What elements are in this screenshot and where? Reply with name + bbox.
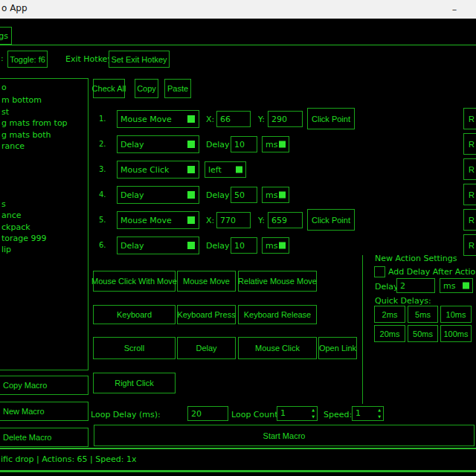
remove-button[interactable]: R: [463, 108, 476, 129]
x-label: X:: [206, 115, 214, 124]
click-point-button[interactable]: Click Point: [307, 209, 355, 231]
quick-delay-10ms-button[interactable]: 10ms: [440, 306, 472, 323]
delete-macro-button[interactable]: Delete Macro: [0, 428, 89, 447]
start-macro-button[interactable]: Start Macro: [94, 425, 475, 446]
palette-delay-button[interactable]: Delay: [177, 337, 236, 359]
remove-button[interactable]: R: [463, 184, 476, 205]
spinner-arrows: ▲ ▼: [378, 408, 381, 419]
action-type-value: Mouse Move: [120, 216, 172, 225]
action-type-dropdown[interactable]: Delay: [117, 186, 199, 204]
palette-relative-mouse-move-button[interactable]: Relative Mouse Move: [238, 271, 317, 292]
paste-button[interactable]: Paste: [164, 79, 191, 98]
add-delay-checkbox-label: Add Delay After Action: [388, 267, 476, 277]
delay-value-input[interactable]: [231, 187, 257, 203]
copy-macro-button[interactable]: Copy Macro: [0, 376, 89, 395]
loop-count-value: 1: [280, 408, 286, 418]
delay-label: Delay: [206, 241, 230, 251]
delay-label: Delay: [206, 140, 230, 149]
quick-delay-20ms-button[interactable]: 20ms: [374, 325, 405, 342]
dropdown-indicator-icon: [187, 191, 195, 199]
palette-mouse-click-with-move-button[interactable]: Mouse Click With Move: [93, 271, 176, 292]
palette-mouse-click-button[interactable]: Mouse Click: [238, 337, 317, 359]
delay-unit-dropdown[interactable]: ms: [262, 187, 289, 203]
speed-value: 1: [356, 408, 361, 418]
action-type-dropdown[interactable]: Mouse Move: [117, 211, 199, 229]
loop-delay-input[interactable]: [187, 406, 228, 421]
copy-button[interactable]: Copy: [135, 79, 158, 98]
palette-mouse-move-button[interactable]: Mouse Move: [177, 271, 236, 292]
palette-scroll-button[interactable]: Scroll: [93, 337, 176, 359]
click-point-button[interactable]: Click Point: [307, 108, 355, 129]
spinner-up-icon[interactable]: ▲: [378, 408, 381, 412]
y-coordinate-input[interactable]: [268, 111, 303, 127]
quick-delay-2ms-button[interactable]: 2ms: [374, 306, 405, 323]
palette-right-click-button[interactable]: Right Click: [93, 373, 176, 393]
dropdown-indicator-icon: [187, 216, 195, 224]
minimize-button[interactable]: –: [442, 0, 467, 19]
action-row-number: 6.: [99, 241, 106, 249]
dropdown-indicator-icon: [279, 192, 286, 199]
delay-unit-dropdown[interactable]: ms: [262, 136, 289, 152]
palette-keyboard-press-button[interactable]: Keyboard Press: [177, 305, 236, 324]
action-type-dropdown[interactable]: Mouse Click: [117, 161, 199, 178]
minimize-icon: –: [452, 4, 457, 15]
delay-value-input[interactable]: [231, 136, 257, 152]
action-type-dropdown[interactable]: Delay: [117, 237, 199, 254]
loop-delay-label: Loop Delay (ms):: [91, 410, 161, 419]
palette-keyboard-button[interactable]: Keyboard: [93, 305, 176, 324]
set-exit-hotkey-button[interactable]: Set Exit Hotkey: [109, 51, 170, 68]
status-text: ific drop | Actions: 65 | Speed: 1x: [1, 454, 136, 464]
action-row-number: 5.: [99, 216, 106, 224]
macro-list-item[interactable]: m bottom: [1, 95, 42, 105]
action-row: 6. Delay Delay ms R: [0, 237, 476, 254]
new-macro-button[interactable]: New Macro: [0, 402, 89, 421]
delay-unit-dropdown[interactable]: ms: [262, 237, 289, 254]
dropdown-indicator-icon: [187, 166, 195, 173]
x-coordinate-input[interactable]: [216, 212, 251, 228]
loop-count-stepper[interactable]: 1 ▲ ▼: [277, 406, 318, 421]
add-delay-checkbox[interactable]: [374, 266, 385, 277]
macro-list-item[interactable]: o: [1, 83, 7, 92]
y-coordinate-input[interactable]: [268, 212, 303, 228]
quick-delays-label: Quick Delays:: [375, 296, 431, 306]
quick-delay-100ms-button[interactable]: 100ms: [440, 325, 472, 342]
palette-open-link-button[interactable]: Open Link: [318, 337, 357, 359]
action-row-number: 1.: [99, 115, 106, 123]
dropdown-indicator-icon: [236, 167, 242, 173]
mouse-button-dropdown[interactable]: left: [205, 161, 246, 178]
delay-label: Delay: [206, 190, 230, 200]
action-row-number: 3.: [99, 165, 106, 173]
action-type-value: Delay: [120, 140, 144, 149]
new-action-unit-value: ms: [443, 281, 455, 291]
remove-button[interactable]: R: [463, 209, 476, 231]
speed-stepper[interactable]: 1 ▲ ▼: [352, 406, 384, 421]
check-all-button[interactable]: Check All: [93, 79, 125, 98]
remove-button[interactable]: R: [463, 234, 476, 256]
x-coordinate-input[interactable]: [216, 111, 251, 127]
action-type-dropdown[interactable]: Delay: [117, 135, 199, 153]
quick-delay-50ms-button[interactable]: 50ms: [408, 325, 438, 342]
dropdown-indicator-icon: [187, 115, 195, 123]
action-row: 3. Mouse Click left R: [0, 161, 476, 178]
spinner-down-icon[interactable]: ▼: [378, 415, 381, 419]
new-action-unit-dropdown[interactable]: ms: [440, 278, 473, 293]
dropdown-indicator-icon: [463, 283, 469, 289]
remove-button[interactable]: R: [463, 158, 476, 180]
toggle-hotkey-button[interactable]: Toggle: f6: [7, 51, 48, 68]
delay-value-input[interactable]: [231, 237, 257, 254]
new-action-delay-input[interactable]: [396, 278, 435, 293]
delay-unit-value: ms: [266, 241, 277, 251]
spinner-up-icon[interactable]: ▲: [312, 408, 315, 412]
spinner-down-icon[interactable]: ▼: [312, 415, 315, 419]
action-row-number: 2.: [99, 140, 106, 148]
dropdown-indicator-icon: [279, 141, 286, 148]
exit-hotkey-label: Exit Hotkey:: [65, 54, 115, 64]
tab-settings[interactable]: gs: [0, 27, 12, 45]
palette-keyboard-release-button[interactable]: Keyboard Release: [238, 305, 317, 324]
remove-button[interactable]: R: [463, 133, 476, 155]
action-type-dropdown[interactable]: Mouse Move: [117, 110, 199, 128]
action-row: 2. Delay Delay ms R: [0, 135, 476, 153]
quick-delay-5ms-button[interactable]: 5ms: [408, 306, 438, 323]
tab-strip-divider: [0, 45, 476, 45]
hotkey-label-fragment: :: [1, 54, 4, 63]
